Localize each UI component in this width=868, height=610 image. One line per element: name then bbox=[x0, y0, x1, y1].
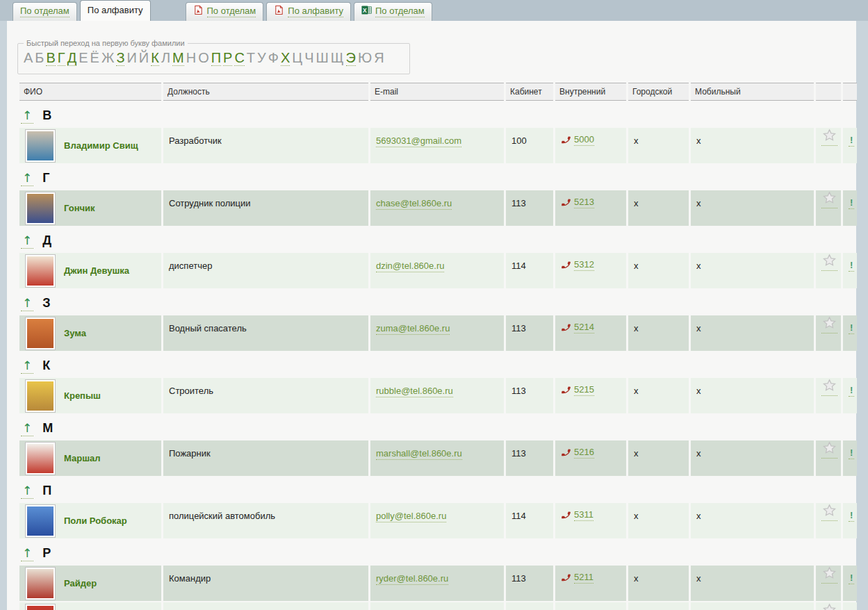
scroll-to-top-link[interactable]: ↑ bbox=[21, 484, 33, 499]
internal-extension-link[interactable]: 5312 bbox=[574, 259, 594, 271]
tab-pdf-by-alphabet[interactable]: По алфавиту bbox=[266, 2, 351, 21]
scroll-to-top-link[interactable]: ↑ bbox=[21, 546, 33, 561]
internal-extension-link[interactable]: 5215 bbox=[574, 384, 594, 396]
info-bang-link[interactable]: ! bbox=[849, 447, 854, 459]
tab-by-alphabet[interactable]: По алфавиту bbox=[80, 0, 151, 21]
info-bang-link[interactable]: ! bbox=[849, 510, 854, 522]
info-bang-link[interactable]: ! bbox=[849, 197, 854, 209]
contact-name-link[interactable]: Райдер bbox=[64, 578, 97, 588]
tab-bar: По отделам По алфавиту По отделам По алф… bbox=[0, 0, 868, 21]
position-text: Водный спасатель bbox=[169, 315, 247, 333]
email-link[interactable]: rubble@tel.860e.ru bbox=[376, 386, 453, 397]
phone-icon bbox=[560, 322, 572, 333]
avatar[interactable] bbox=[25, 254, 56, 288]
favorite-star-button[interactable] bbox=[821, 253, 837, 271]
info-bang-link[interactable]: ! bbox=[849, 322, 854, 334]
city-phone-text: x bbox=[634, 378, 639, 396]
letter-link[interactable]: З bbox=[116, 50, 124, 66]
avatar[interactable] bbox=[25, 317, 56, 350]
internal-extension-link[interactable]: 5311 bbox=[574, 509, 593, 521]
email-link[interactable]: zuma@tel.860e.ru bbox=[376, 323, 450, 335]
internal-extension-link[interactable]: 5213 bbox=[574, 197, 594, 208]
info-bang-link[interactable]: ! bbox=[849, 385, 854, 397]
favorite-cell bbox=[816, 315, 841, 351]
info-cell: ! bbox=[843, 315, 857, 351]
position-cell: Разработчик bbox=[163, 128, 368, 163]
email-link[interactable]: marshall@tel.860e.ru bbox=[376, 448, 462, 460]
email-link[interactable]: 5693031@gmail.com bbox=[376, 135, 461, 147]
letter-link[interactable]: Р bbox=[223, 50, 232, 66]
contact-name-link[interactable]: Владимир Свищ bbox=[64, 140, 138, 151]
favorite-star-button[interactable] bbox=[821, 503, 837, 521]
contact-row: ЗумаВодный спасательzuma@tel.860e.ru113 … bbox=[19, 315, 857, 351]
tab-by-department[interactable]: По отделам bbox=[13, 2, 77, 21]
contact-name-link[interactable]: Зума bbox=[64, 328, 86, 338]
letter-link[interactable]: К bbox=[151, 50, 159, 66]
internal-phone-cell: 5215 bbox=[555, 378, 626, 413]
scroll-to-top-link[interactable]: ↑ bbox=[21, 108, 33, 124]
contact-name-link[interactable]: Гончик bbox=[64, 203, 95, 213]
favorite-star-button[interactable] bbox=[821, 566, 837, 584]
internal-extension-link[interactable]: 5211 bbox=[574, 572, 593, 584]
contact-name-link[interactable]: Поли Робокар bbox=[64, 516, 127, 526]
avatar[interactable] bbox=[25, 504, 56, 538]
letter-link[interactable]: М bbox=[172, 50, 184, 66]
internal-extension-link[interactable]: 5000 bbox=[574, 134, 594, 146]
contact-name-link[interactable]: Маршал bbox=[64, 453, 100, 463]
avatar[interactable] bbox=[25, 604, 56, 610]
info-bang-link[interactable]: ! bbox=[849, 260, 854, 272]
letter-link[interactable]: Д bbox=[67, 50, 77, 66]
scroll-to-top-link[interactable]: ↑ bbox=[21, 421, 33, 436]
internal-extension-link[interactable]: 5216 bbox=[574, 447, 594, 459]
email-link[interactable]: chase@tel.860e.ru bbox=[376, 198, 452, 210]
avatar[interactable] bbox=[25, 192, 56, 225]
tab-pdf-by-department[interactable]: По отделам bbox=[186, 2, 264, 21]
contact-name-link[interactable]: Джин Девушка bbox=[64, 265, 129, 276]
mobile-phone-text: x bbox=[696, 440, 701, 459]
email-link[interactable]: ryder@tel.860e.ru bbox=[376, 573, 448, 585]
letter-strip: АБВГДЕЁЖЗИЙКЛМНОПРСТУФХЦЧШЩЭЮЯ bbox=[24, 49, 402, 68]
favorite-star-button[interactable] bbox=[821, 378, 837, 396]
letter-link[interactable]: Г bbox=[58, 50, 65, 66]
info-bang-link[interactable]: ! bbox=[849, 572, 854, 584]
group-row: ↑М bbox=[19, 415, 857, 439]
avatar[interactable] bbox=[25, 567, 56, 600]
scroll-to-top-link[interactable]: ↑ bbox=[21, 233, 33, 249]
name-cell: Зума bbox=[19, 315, 161, 351]
favorite-star-button[interactable] bbox=[821, 440, 837, 459]
tab-excel-by-department[interactable]: X По отделам bbox=[354, 2, 432, 21]
email-link[interactable]: polly@tel.860e.ru bbox=[376, 511, 446, 522]
avatar[interactable] bbox=[25, 129, 56, 163]
scroll-to-top-link[interactable]: ↑ bbox=[21, 358, 33, 374]
favorite-star-button[interactable] bbox=[821, 190, 837, 208]
letter-link[interactable]: Х bbox=[281, 50, 290, 66]
city-phone-cell: x bbox=[628, 566, 689, 601]
scroll-to-top-link[interactable]: ↑ bbox=[21, 296, 33, 311]
favorite-star-button[interactable] bbox=[821, 128, 837, 146]
name-cell: Владимир Свищ bbox=[19, 128, 161, 163]
favorite-star-button[interactable] bbox=[821, 315, 837, 333]
group-cell: ↑Р bbox=[19, 540, 857, 564]
favorite-star-button[interactable] bbox=[821, 602, 837, 610]
group-letter-label: М bbox=[42, 421, 53, 435]
avatar[interactable] bbox=[25, 442, 56, 475]
email-cell: dzin@tel.860e.ru bbox=[370, 253, 504, 288]
mobile-phone-text: x bbox=[696, 503, 701, 521]
info-cell: ! bbox=[843, 253, 857, 288]
info-bang-link[interactable]: ! bbox=[849, 135, 854, 147]
email-link[interactable]: dzin@tel.860e.ru bbox=[376, 261, 444, 272]
scroll-to-top-link[interactable]: ↑ bbox=[21, 171, 33, 186]
letter-link[interactable]: П bbox=[211, 50, 221, 66]
room-text: 114 bbox=[511, 503, 526, 521]
contact-row: Поли Робокарполицейский автомобильpolly@… bbox=[19, 503, 857, 538]
room-text: 113 bbox=[511, 440, 526, 459]
name-cell: Рой Роботрак bbox=[19, 602, 161, 610]
letter-link[interactable]: С bbox=[234, 50, 244, 66]
letter-link[interactable]: В bbox=[46, 50, 55, 66]
contact-name-link[interactable]: Крепыш bbox=[64, 390, 101, 401]
avatar[interactable] bbox=[25, 379, 56, 413]
internal-extension-link[interactable]: 5214 bbox=[574, 322, 594, 333]
letter-link[interactable]: Э bbox=[346, 50, 356, 66]
phone-icon bbox=[560, 197, 572, 208]
position-cell: пожарная машина bbox=[163, 602, 368, 610]
